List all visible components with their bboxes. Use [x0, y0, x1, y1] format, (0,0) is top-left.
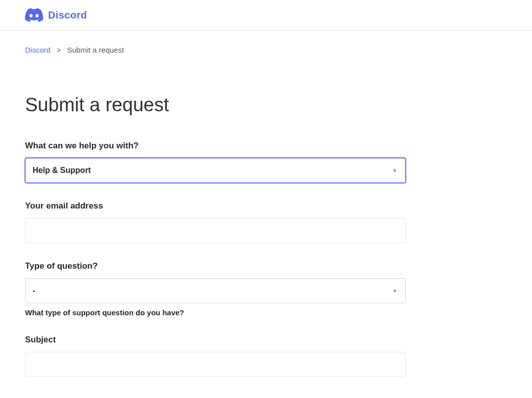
- chevron-down-icon: ▼: [392, 168, 397, 173]
- brand-name: Discord: [48, 10, 87, 21]
- email-input[interactable]: [25, 218, 406, 243]
- subject-field: Subject: [25, 335, 406, 377]
- breadcrumb-current: Submit a request: [67, 46, 124, 54]
- subject-label: Subject: [25, 335, 406, 345]
- chevron-down-icon: ▼: [392, 288, 397, 294]
- help-with-label: What can we help you with?: [25, 141, 406, 151]
- discord-icon: [25, 8, 43, 22]
- subject-input[interactable]: [25, 352, 406, 377]
- breadcrumb-separator: >: [57, 46, 61, 54]
- page-header: Discord: [0, 0, 532, 31]
- page-title: Submit a request: [25, 94, 406, 116]
- breadcrumb-home-link[interactable]: Discord: [25, 46, 51, 54]
- email-label: Your email address: [25, 201, 406, 211]
- question-type-select[interactable]: - ▼: [25, 278, 406, 303]
- question-type-field: Type of question? - ▼ What type of suppo…: [25, 261, 406, 317]
- question-type-label: Type of question?: [25, 261, 406, 271]
- help-with-field: What can we help you with? Help & Suppor…: [25, 141, 406, 183]
- help-with-selected-value: Help & Support: [33, 166, 91, 175]
- question-type-selected-value: -: [33, 286, 35, 295]
- brand-logo[interactable]: Discord: [25, 8, 507, 22]
- email-field: Your email address: [25, 201, 406, 243]
- help-with-select[interactable]: Help & Support ▼: [25, 158, 406, 183]
- breadcrumb: Discord > Submit a request: [25, 31, 406, 64]
- question-type-hint: What type of support question do you hav…: [25, 308, 406, 317]
